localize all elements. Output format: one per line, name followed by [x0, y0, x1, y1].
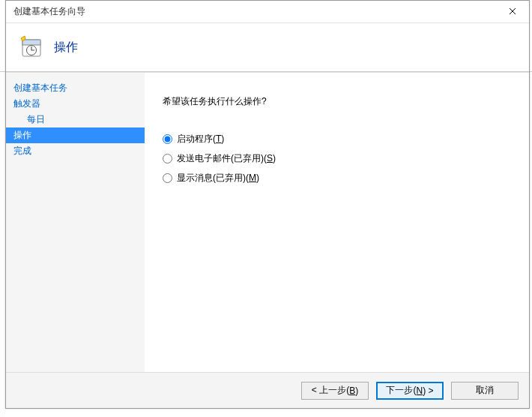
svg-rect-1	[22, 40, 40, 45]
button-bar: < 上一步(B) 下一步(N) > 取消	[6, 372, 529, 408]
back-button-pre: < 上一步(	[312, 384, 349, 397]
sidebar-item-2[interactable]: 每日	[6, 112, 145, 128]
radio-opt-run[interactable]	[163, 134, 172, 144]
back-button-post: )	[355, 386, 358, 396]
page-heading: 操作	[54, 40, 78, 56]
back-button[interactable]: < 上一步(B)	[301, 382, 369, 400]
next-button-key: N	[416, 386, 423, 396]
wizard-content: 希望该任务执行什么操作? 启动程序(T)发送电子邮件(已弃用)(S)显示消息(已…	[145, 73, 529, 372]
radio-label-opt-run[interactable]: 启动程序(T)	[177, 133, 224, 146]
wizard-body: 创建基本任务触发器每日操作完成 希望该任务执行什么操作? 启动程序(T)发送电子…	[6, 73, 529, 372]
action-options: 启动程序(T)发送电子邮件(已弃用)(S)显示消息(已弃用)(M)	[163, 129, 511, 188]
close-button[interactable]	[496, 1, 529, 22]
back-button-key: B	[349, 386, 355, 396]
next-button-pre: 下一步(	[386, 384, 416, 397]
radio-label-opt-msg[interactable]: 显示消息(已弃用)(M)	[177, 172, 259, 184]
titlebar: 创建基本任务向导	[6, 1, 529, 23]
sidebar-item-label: 每日	[27, 113, 45, 126]
cancel-button[interactable]: 取消	[451, 382, 519, 400]
radio-label-opt-mail[interactable]: 发送电子邮件(已弃用)(S)	[177, 152, 276, 165]
radio-label-pre: 发送电子邮件(已弃用)(	[177, 153, 267, 164]
radio-opt-mail[interactable]	[163, 154, 172, 164]
next-button-post: ) >	[423, 386, 433, 396]
sidebar-item-label: 操作	[13, 129, 31, 142]
next-button[interactable]: 下一步(N) >	[376, 382, 444, 400]
sidebar-item-1[interactable]: 触发器	[6, 96, 145, 112]
radio-opt-msg[interactable]	[163, 173, 172, 183]
wizard-sidebar: 创建基本任务触发器每日操作完成	[6, 73, 145, 372]
radio-label-post: )	[273, 153, 276, 164]
radio-label-key: M	[249, 172, 256, 183]
radio-label-pre: 启动程序(	[177, 134, 216, 144]
action-option-opt-msg: 显示消息(已弃用)(M)	[163, 168, 511, 188]
sidebar-item-label: 触发器	[13, 98, 40, 110]
sidebar-item-0[interactable]: 创建基本任务	[6, 80, 145, 96]
wizard-header: 操作	[6, 23, 529, 71]
sidebar-item-4[interactable]: 完成	[6, 143, 145, 159]
sidebar-item-3[interactable]: 操作	[6, 128, 145, 143]
sidebar-item-label: 创建基本任务	[13, 82, 67, 94]
action-prompt: 希望该任务执行什么操作?	[163, 95, 511, 108]
background-strip-left	[0, 71, 5, 417]
close-icon	[509, 7, 516, 17]
radio-label-post: )	[221, 134, 224, 144]
sidebar-item-label: 完成	[13, 145, 31, 158]
radio-label-pre: 显示消息(已弃用)(	[177, 172, 249, 183]
wizard-dialog: 创建基本任务向导 操作 创建基本任务触发器每日操作完成 希望该任务执行什么操作?…	[5, 0, 530, 409]
action-option-opt-mail: 发送电子邮件(已弃用)(S)	[163, 148, 511, 168]
scheduler-icon	[19, 35, 43, 59]
radio-label-key: S	[267, 153, 273, 164]
radio-label-post: )	[256, 172, 259, 183]
cancel-button-label: 取消	[476, 384, 494, 397]
action-option-opt-run: 启动程序(T)	[163, 129, 511, 148]
window-title: 创建基本任务向导	[13, 5, 496, 18]
